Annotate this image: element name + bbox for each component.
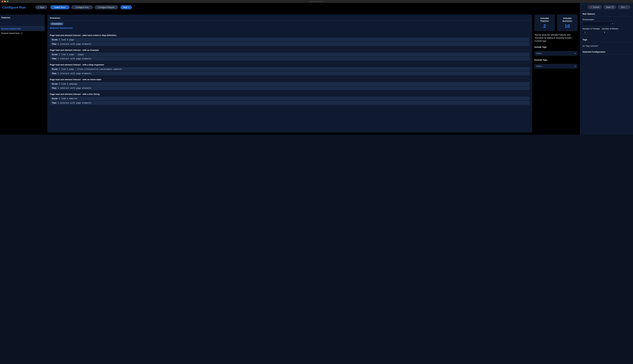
scenario-block: Page load and element interact - with an…	[47, 78, 532, 90]
exclude-tags-select[interactable]: Select...	[534, 64, 578, 68]
step-keyword: Given	[52, 98, 59, 100]
include-tags-label: Include Tags	[534, 46, 578, 48]
tags-heading: Tags	[582, 37, 630, 42]
scenario-block: Page load and element interact - with an…	[47, 49, 532, 61]
chevron-down-icon	[612, 24, 613, 24]
step-keyword: Given	[52, 83, 59, 85]
feature-name-link[interactable]: Browser based tests	[47, 27, 532, 31]
close-icon	[590, 6, 592, 8]
step-row: Given I load a page	[50, 38, 530, 42]
step-keyword: Given	[52, 38, 59, 41]
included-features-card: Included Features 2	[534, 14, 555, 31]
included-scenarios-card: Included Scenarios 10	[557, 14, 578, 31]
run-options-heading: Run Options	[582, 12, 630, 16]
back-button[interactable]: Back	[36, 5, 47, 9]
run-options-panel: Cancel Save Run Run Options Environment	[580, 3, 633, 135]
step-keyword: Given	[52, 68, 59, 70]
step-text: I load a page	[59, 38, 74, 41]
next-button-label: Next	[123, 6, 127, 8]
step-row: Then I interact with page elements	[50, 72, 530, 76]
included-features-value: 2	[543, 23, 546, 29]
scenarios-panel-title: Scenarios	[47, 17, 532, 20]
scenario-title: Page load and element interact - data ha…	[50, 34, 530, 36]
scenario-block: Page load and element interact - data ha…	[47, 34, 532, 46]
step-text: I interact with page elements	[58, 102, 91, 104]
features-panel-title: Features	[0, 14, 45, 20]
step-text: I load a webpage	[59, 83, 77, 85]
step-keyword: Given	[52, 54, 59, 56]
tab-configure-reports[interactable]: Configure Reports	[95, 5, 118, 9]
chevron-down-icon	[574, 53, 576, 54]
step-row: Then I interact with page elements	[50, 86, 530, 90]
step-row: Given I load a website	[50, 97, 530, 100]
page-title: Configure Run	[2, 6, 26, 9]
run-button[interactable]: Run	[618, 5, 630, 9]
selected-config-heading: Selected Configuration	[582, 49, 630, 54]
tags-empty-text: No Tags selected	[582, 44, 630, 49]
double-chevron-right-icon	[128, 6, 129, 8]
feature-item[interactable]: Browser based tests	[0, 26, 45, 31]
save-icon	[612, 6, 614, 8]
include-tags-select[interactable]: Select...	[534, 51, 578, 56]
included-features-label: Included Features	[540, 17, 549, 23]
included-scenarios-label: Included Scenarios	[562, 17, 572, 23]
tab-select-tests[interactable]: Select Tests	[50, 5, 70, 9]
step-row: Given I load a page - <page>	[50, 52, 530, 56]
save-button[interactable]: Save	[604, 5, 616, 9]
cancel-button[interactable]: Cancel	[588, 5, 602, 9]
retries-label: Number of Retries	[602, 28, 618, 30]
step-text: I interact with page elements	[58, 72, 91, 74]
step-text: I load a page - <page>	[59, 54, 84, 56]
next-button[interactable]: Next	[120, 5, 132, 9]
step-row: Given I load a page - https://testevolve…	[50, 67, 530, 71]
step-text: I interact with page elements	[58, 43, 91, 45]
tab-configure-run[interactable]: Configure Run	[72, 5, 93, 9]
step-text: I interact with page elements	[58, 58, 91, 60]
chevron-right-icon: ›	[94, 6, 94, 8]
step-text: I load a page - https://testevolve.com/e…	[59, 68, 122, 70]
step-text: I interact with page elements	[58, 87, 91, 89]
play-icon	[626, 6, 627, 8]
scenario-block: Page load and element interact - with a …	[47, 64, 532, 76]
exclude-tags-label: Exclude Tags	[534, 59, 578, 61]
included-scenarios-value: 10	[565, 23, 570, 29]
threads-label: Number of Threads	[582, 28, 600, 30]
step-row: Then I interact with page elements	[50, 101, 530, 105]
window-title: Test Evolve Flare	[0, 0, 633, 2]
back-button-label: Back	[40, 6, 44, 8]
step-row: Then I interact with page elements	[50, 42, 530, 46]
step-keyword: Then	[52, 43, 58, 45]
retries-input[interactable]	[602, 31, 607, 34]
double-chevron-left-icon	[38, 6, 39, 8]
environment-select[interactable]	[582, 22, 615, 26]
chevron-down-icon	[574, 66, 576, 67]
narrow-help-text: Narrow down the selected Features and Sc…	[534, 33, 578, 43]
scenario-title: Page load and element interact - with an…	[50, 78, 530, 81]
environment-label: Environment	[582, 18, 630, 21]
feature-item[interactable]: Browser based tests - 2	[0, 31, 45, 36]
step-keyword: Then	[52, 87, 58, 89]
chevron-right-icon: ›	[70, 6, 71, 8]
scenario-tag[interactable]: @examples	[50, 22, 64, 26]
step-row: Then I interact with page elements	[50, 57, 530, 60]
step-keyword: Then	[52, 72, 58, 74]
window-titlebar: Test Evolve Flare	[0, 0, 633, 3]
scenario-block: Page load and element interact - with a …	[47, 93, 532, 105]
scenario-title: Page load and element interact - with a …	[50, 93, 530, 95]
threads-input[interactable]	[582, 31, 588, 34]
step-text: I load a website	[59, 98, 77, 100]
step-row: Given I load a webpage	[50, 82, 530, 86]
scenario-title: Page load and element interact - with an…	[50, 49, 530, 51]
step-keyword: Then	[52, 58, 58, 60]
step-keyword: Then	[52, 102, 58, 104]
scenario-title: Page load and element interact - with a …	[50, 64, 530, 66]
